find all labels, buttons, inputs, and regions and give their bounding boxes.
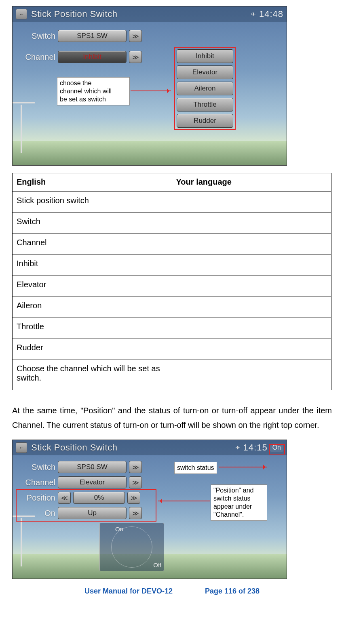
- cell-english: Choose the channel which will be set as …: [13, 360, 172, 390]
- chevron-right-icon: ≫: [132, 53, 139, 61]
- table-row: Aileron: [13, 297, 331, 318]
- windmill-graphic: [21, 518, 22, 566]
- cell-your-language: [172, 213, 331, 234]
- cell-english: Inhibit: [13, 255, 172, 276]
- chevron-right-icon: ≫: [132, 463, 139, 471]
- cell-english: Elevator: [13, 276, 172, 297]
- value-position[interactable]: 0%: [73, 492, 125, 504]
- background-ground: [13, 141, 287, 165]
- table-row: Stick position switch: [13, 192, 331, 213]
- channel-next-button[interactable]: ≫: [129, 476, 142, 488]
- screenshot-stick-position-1: ← Stick Position Switch ✈ 14:48 Switch S…: [12, 6, 287, 166]
- translation-table: English Your language Stick position swi…: [12, 173, 331, 390]
- cell-your-language: [172, 360, 331, 390]
- cell-english: Aileron: [13, 297, 172, 318]
- cell-english: Switch: [13, 213, 172, 234]
- callout-switch-status: switch status: [174, 462, 217, 474]
- row-channel: Channel Inhibit ≫: [16, 51, 142, 63]
- body-paragraph: At the same time, "Position" and the sta…: [12, 403, 332, 432]
- option-inhibit[interactable]: Inhibit: [177, 49, 233, 63]
- clock-time: 14:48: [259, 9, 283, 19]
- screen-title: Stick Position Switch: [31, 9, 251, 19]
- cell-your-language: [172, 192, 331, 213]
- table-row: Choose the channel which will be set as …: [13, 360, 331, 390]
- table-row: Throttle: [13, 318, 331, 339]
- cell-your-language: [172, 318, 331, 339]
- row-switch: Switch SPS0 SW ≫: [16, 461, 142, 473]
- radar-on-label: On: [115, 526, 123, 532]
- footer-product: User Manual for DEVO-12: [84, 587, 173, 596]
- channel-next-button[interactable]: ≫: [129, 51, 142, 63]
- row-position: Position ≪ 0% ≫: [16, 492, 140, 504]
- back-button[interactable]: ←: [16, 9, 27, 19]
- row-switch: Switch SPS1 SW ≫: [16, 30, 142, 42]
- value-channel[interactable]: Elevator: [58, 476, 127, 488]
- label-channel: Channel: [16, 478, 55, 487]
- label-position: Position: [16, 493, 55, 503]
- row-channel: Channel Elevator ≫: [16, 476, 142, 488]
- radar-display: On Off: [99, 523, 164, 571]
- arrow-to-position-box: [158, 501, 210, 501]
- value-channel[interactable]: Inhibit: [58, 51, 127, 63]
- cell-your-language: [172, 276, 331, 297]
- header-english: English: [13, 173, 172, 192]
- header-your-language: Your language: [172, 173, 331, 192]
- cell-english: Channel: [13, 234, 172, 255]
- callout-choose-channel: choose the channel which will be set as …: [57, 77, 130, 105]
- cell-your-language: [172, 339, 331, 360]
- back-button[interactable]: ←: [16, 442, 27, 453]
- highlight-box-status: [269, 444, 285, 455]
- radar-off-label: Off: [153, 562, 161, 568]
- cell-your-language: [172, 234, 331, 255]
- cell-english: Stick position switch: [13, 192, 172, 213]
- chevron-left-icon: ≪: [61, 494, 68, 502]
- value-on[interactable]: Up: [58, 507, 127, 519]
- table-row: Rudder: [13, 339, 331, 360]
- label-channel: Channel: [16, 53, 55, 62]
- option-elevator[interactable]: Elevator: [177, 65, 233, 79]
- chevron-right-icon: ≫: [132, 479, 139, 486]
- plane-icon: ✈: [251, 11, 256, 17]
- screen-title: Stick Position Switch: [31, 442, 235, 453]
- table-row: Switch: [13, 213, 331, 234]
- table-header-row: English Your language: [13, 173, 331, 192]
- plane-icon: ✈: [235, 444, 240, 451]
- value-switch[interactable]: SPS0 SW: [58, 461, 127, 473]
- table-row: Inhibit: [13, 255, 331, 276]
- position-prev-button[interactable]: ≪: [58, 492, 71, 504]
- chevron-right-icon: ≫: [132, 509, 139, 517]
- back-icon: ←: [19, 11, 24, 17]
- cell-english: Rudder: [13, 339, 172, 360]
- label-switch: Switch: [16, 32, 55, 41]
- windmill-graphic: [21, 105, 22, 153]
- screen-topbar: ← Stick Position Switch ✈ 14:48: [13, 6, 287, 22]
- arrow-to-status: [219, 467, 267, 467]
- cell-your-language: [172, 255, 331, 276]
- chevron-right-icon: ≫: [131, 494, 137, 502]
- switch-next-button[interactable]: ≫: [129, 30, 142, 42]
- screenshot-stick-position-2: ← Stick Position Switch ✈ 14:15 On Switc…: [12, 440, 287, 579]
- label-on: On: [16, 509, 55, 518]
- screen-topbar: ← Stick Position Switch ✈ 14:15 On: [13, 440, 287, 455]
- back-icon: ←: [19, 444, 24, 451]
- footer-page-number: Page 116 of 238: [205, 587, 260, 596]
- switch-next-button[interactable]: ≫: [129, 461, 142, 473]
- value-switch[interactable]: SPS1 SW: [58, 30, 127, 42]
- arrow-to-dropdown: [131, 90, 171, 91]
- option-aileron[interactable]: Aileron: [177, 82, 233, 95]
- channel-dropdown: Inhibit Elevator Aileron Throttle Rudder: [174, 47, 236, 130]
- cell-english: Throttle: [13, 318, 172, 339]
- table-row: Channel: [13, 234, 331, 255]
- chevron-right-icon: ≫: [132, 32, 139, 40]
- option-rudder[interactable]: Rudder: [177, 114, 233, 128]
- clock-time: 14:15: [243, 442, 268, 453]
- label-switch: Switch: [16, 463, 55, 472]
- cell-your-language: [172, 297, 331, 318]
- position-next-button[interactable]: ≫: [127, 492, 140, 504]
- row-on: On Up ≫: [16, 507, 142, 519]
- callout-position-status: "Position" and switch status appear unde…: [211, 484, 267, 521]
- page-footer: User Manual for DEVO-12 Page 116 of 238: [12, 587, 332, 596]
- option-throttle[interactable]: Throttle: [177, 98, 233, 112]
- on-next-button[interactable]: ≫: [129, 507, 142, 519]
- table-row: Elevator: [13, 276, 331, 297]
